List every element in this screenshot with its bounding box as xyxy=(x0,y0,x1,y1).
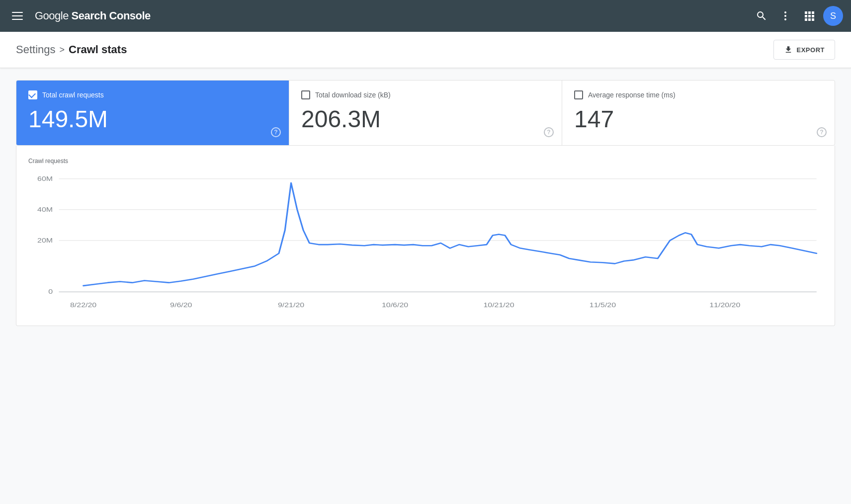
breadcrumb-current: Crawl stats xyxy=(69,43,127,56)
header-left: Google Search Console xyxy=(8,8,752,24)
search-button[interactable] xyxy=(752,6,771,26)
stat-card-header: Total download size (kB) xyxy=(301,90,550,99)
svg-rect-8 xyxy=(812,15,814,17)
svg-text:10/21/20: 10/21/20 xyxy=(483,301,514,309)
svg-text:9/21/20: 9/21/20 xyxy=(278,301,304,309)
stat-card-crawl-requests[interactable]: Total crawl requests 149.5M ? xyxy=(16,81,289,145)
main-content: Total crawl requests 149.5M ? Total down… xyxy=(0,68,851,338)
stat-label: Total download size (kB) xyxy=(315,91,391,99)
export-button[interactable]: EXPORT xyxy=(773,40,835,60)
svg-text:20M: 20M xyxy=(37,237,53,244)
stat-label: Average response time (ms) xyxy=(588,91,676,99)
svg-rect-10 xyxy=(808,18,811,21)
checkbox-checked-icon xyxy=(28,90,37,99)
chart-y-label: Crawl requests xyxy=(28,158,823,165)
avatar[interactable]: S xyxy=(823,6,843,26)
stat-label: Total crawl requests xyxy=(42,91,104,99)
checkbox-icon xyxy=(301,90,310,99)
breadcrumb-separator: > xyxy=(60,45,65,55)
help-icon[interactable]: ? xyxy=(271,127,281,137)
google-apps-button[interactable] xyxy=(799,6,819,26)
stats-cards: Total crawl requests 149.5M ? Total down… xyxy=(16,80,835,146)
chart-section: Crawl requests 60M 40M 20M 0 8/22/20 9/6… xyxy=(16,146,835,326)
svg-text:60M: 60M xyxy=(37,175,53,182)
svg-text:10/6/20: 10/6/20 xyxy=(382,301,408,309)
breadcrumb-settings[interactable]: Settings xyxy=(16,43,56,56)
app-title: Google Search Console xyxy=(35,9,151,22)
checkbox-icon xyxy=(574,90,583,99)
stat-card-response-time[interactable]: Average response time (ms) 147 ? xyxy=(562,81,835,145)
more-options-button[interactable] xyxy=(775,6,795,26)
app-header: Google Search Console S xyxy=(0,0,851,32)
svg-text:8/22/20: 8/22/20 xyxy=(70,301,96,309)
header-right: S xyxy=(752,6,843,26)
stat-card-header: Total crawl requests xyxy=(28,90,277,99)
svg-text:11/20/20: 11/20/20 xyxy=(709,301,740,309)
menu-button[interactable] xyxy=(8,8,27,24)
help-icon[interactable]: ? xyxy=(817,127,827,137)
svg-text:40M: 40M xyxy=(37,206,53,213)
svg-rect-9 xyxy=(805,18,807,21)
svg-rect-4 xyxy=(808,11,811,14)
svg-text:0: 0 xyxy=(48,288,53,296)
stat-value: 147 xyxy=(574,107,823,131)
svg-point-2 xyxy=(784,18,786,20)
svg-text:11/5/20: 11/5/20 xyxy=(590,301,616,309)
stat-value: 206.3M xyxy=(301,107,550,131)
breadcrumb: Settings > Crawl stats xyxy=(16,43,127,56)
svg-point-1 xyxy=(784,15,786,17)
crawl-chart: 60M 40M 20M 0 8/22/20 9/6/20 9/21/20 10/… xyxy=(28,168,823,318)
stat-card-download-size[interactable]: Total download size (kB) 206.3M ? xyxy=(289,81,562,145)
chart-container: 60M 40M 20M 0 8/22/20 9/6/20 9/21/20 10/… xyxy=(28,168,823,318)
svg-rect-11 xyxy=(812,18,814,21)
breadcrumb-bar: Settings > Crawl stats EXPORT xyxy=(0,32,851,68)
svg-rect-5 xyxy=(812,11,814,14)
export-label: EXPORT xyxy=(797,46,825,54)
svg-rect-6 xyxy=(805,15,807,17)
stat-value: 149.5M xyxy=(28,107,277,131)
help-icon[interactable]: ? xyxy=(544,127,554,137)
svg-text:9/6/20: 9/6/20 xyxy=(170,301,192,309)
stat-card-header: Average response time (ms) xyxy=(574,90,823,99)
svg-point-0 xyxy=(784,11,786,13)
svg-rect-7 xyxy=(808,15,811,17)
svg-rect-3 xyxy=(805,11,807,14)
